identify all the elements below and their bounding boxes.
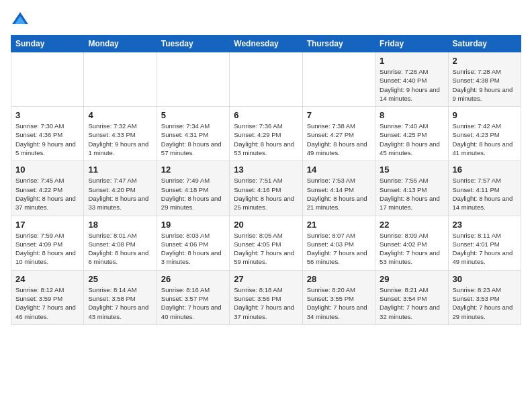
day-number: 20: [234, 220, 298, 230]
day-info: Sunrise: 8:12 AM Sunset: 3:59 PM Dayligh…: [15, 285, 79, 321]
day-info: Sunrise: 7:30 AM Sunset: 4:36 PM Dayligh…: [15, 122, 79, 157]
day-info: Sunrise: 7:49 AM Sunset: 4:18 PM Dayligh…: [161, 176, 225, 212]
day-number: 2: [453, 56, 517, 66]
calendar-cell: 25Sunrise: 8:14 AM Sunset: 3:58 PM Dayli…: [84, 270, 157, 324]
day-number: 7: [307, 110, 371, 120]
day-info: Sunrise: 7:40 AM Sunset: 4:25 PM Dayligh…: [380, 122, 443, 157]
day-info: Sunrise: 7:51 AM Sunset: 4:16 PM Dayligh…: [234, 176, 298, 212]
calendar-cell: 26Sunrise: 8:16 AM Sunset: 3:57 PM Dayli…: [157, 270, 229, 324]
calendar-cell: 21Sunrise: 8:07 AM Sunset: 4:03 PM Dayli…: [302, 216, 375, 270]
calendar-cell: 12Sunrise: 7:49 AM Sunset: 4:18 PM Dayli…: [157, 161, 229, 216]
calendar-cell: 20Sunrise: 8:05 AM Sunset: 4:05 PM Dayli…: [230, 216, 302, 270]
calendar-cell: 28Sunrise: 8:20 AM Sunset: 3:55 PM Dayli…: [302, 270, 375, 324]
logo-icon: [11, 11, 30, 30]
day-info: Sunrise: 7:26 AM Sunset: 4:40 PM Dayligh…: [380, 67, 443, 103]
col-header-sunday: Sunday: [11, 36, 84, 52]
day-number: 9: [453, 110, 517, 120]
calendar-cell: 1Sunrise: 7:26 AM Sunset: 4:40 PM Daylig…: [375, 52, 448, 107]
day-number: 1: [380, 56, 443, 66]
day-info: Sunrise: 8:11 AM Sunset: 4:01 PM Dayligh…: [453, 231, 517, 267]
calendar-cell: 24Sunrise: 8:12 AM Sunset: 3:59 PM Dayli…: [11, 270, 84, 324]
calendar-cell: 4Sunrise: 7:32 AM Sunset: 4:33 PM Daylig…: [84, 107, 157, 161]
day-number: 19: [161, 220, 225, 230]
day-info: Sunrise: 8:09 AM Sunset: 4:02 PM Dayligh…: [380, 231, 443, 267]
day-number: 21: [307, 220, 371, 230]
day-number: 24: [15, 274, 79, 284]
day-info: Sunrise: 8:16 AM Sunset: 3:57 PM Dayligh…: [161, 285, 225, 321]
day-info: Sunrise: 7:53 AM Sunset: 4:14 PM Dayligh…: [307, 176, 371, 212]
calendar-page: SundayMondayTuesdayWednesdayThursdayFrid…: [0, 0, 532, 332]
day-number: 17: [15, 220, 79, 230]
calendar-week-4: 17Sunrise: 7:59 AM Sunset: 4:09 PM Dayli…: [11, 216, 521, 270]
day-number: 3: [15, 110, 79, 120]
day-number: 15: [380, 165, 443, 175]
col-header-friday: Friday: [375, 36, 448, 52]
day-info: Sunrise: 8:20 AM Sunset: 3:55 PM Dayligh…: [307, 285, 371, 321]
col-header-monday: Monday: [84, 36, 157, 52]
calendar-cell: 2Sunrise: 7:28 AM Sunset: 4:38 PM Daylig…: [448, 52, 521, 107]
day-number: 22: [380, 220, 443, 230]
col-header-thursday: Thursday: [302, 36, 375, 52]
calendar-week-1: 1Sunrise: 7:26 AM Sunset: 4:40 PM Daylig…: [11, 52, 521, 107]
calendar-cell: 11Sunrise: 7:47 AM Sunset: 4:20 PM Dayli…: [84, 161, 157, 216]
calendar-cell: 17Sunrise: 7:59 AM Sunset: 4:09 PM Dayli…: [11, 216, 84, 270]
calendar-cell: 8Sunrise: 7:40 AM Sunset: 4:25 PM Daylig…: [375, 107, 448, 161]
day-info: Sunrise: 7:59 AM Sunset: 4:09 PM Dayligh…: [15, 231, 79, 267]
day-number: 27: [234, 274, 298, 284]
day-info: Sunrise: 7:38 AM Sunset: 4:27 PM Dayligh…: [307, 122, 371, 157]
day-number: 26: [161, 274, 225, 284]
day-info: Sunrise: 8:05 AM Sunset: 4:05 PM Dayligh…: [234, 231, 298, 267]
calendar-cell: 16Sunrise: 7:57 AM Sunset: 4:11 PM Dayli…: [448, 161, 521, 216]
day-info: Sunrise: 7:34 AM Sunset: 4:31 PM Dayligh…: [161, 122, 225, 157]
logo: [11, 11, 32, 30]
day-number: 23: [453, 220, 517, 230]
day-info: Sunrise: 7:42 AM Sunset: 4:23 PM Dayligh…: [453, 122, 517, 157]
calendar-week-5: 24Sunrise: 8:12 AM Sunset: 3:59 PM Dayli…: [11, 270, 521, 324]
day-number: 13: [234, 165, 298, 175]
day-number: 6: [234, 110, 298, 120]
day-number: 29: [380, 274, 443, 284]
calendar-cell: 9Sunrise: 7:42 AM Sunset: 4:23 PM Daylig…: [448, 107, 521, 161]
day-number: 14: [307, 165, 371, 175]
day-info: Sunrise: 8:23 AM Sunset: 3:53 PM Dayligh…: [453, 285, 517, 321]
day-number: 30: [453, 274, 517, 284]
day-number: 28: [307, 274, 371, 284]
day-info: Sunrise: 7:28 AM Sunset: 4:38 PM Dayligh…: [453, 67, 517, 103]
calendar-cell: 18Sunrise: 8:01 AM Sunset: 4:08 PM Dayli…: [84, 216, 157, 270]
calendar-cell: [84, 52, 157, 107]
calendar-cell: [230, 52, 302, 107]
calendar-cell: 15Sunrise: 7:55 AM Sunset: 4:13 PM Dayli…: [375, 161, 448, 216]
day-info: Sunrise: 7:47 AM Sunset: 4:20 PM Dayligh…: [88, 176, 152, 212]
day-info: Sunrise: 8:21 AM Sunset: 3:54 PM Dayligh…: [380, 285, 443, 321]
calendar-cell: 22Sunrise: 8:09 AM Sunset: 4:02 PM Dayli…: [375, 216, 448, 270]
col-header-saturday: Saturday: [448, 36, 521, 52]
calendar-cell: 29Sunrise: 8:21 AM Sunset: 3:54 PM Dayli…: [375, 270, 448, 324]
calendar-cell: 3Sunrise: 7:30 AM Sunset: 4:36 PM Daylig…: [11, 107, 84, 161]
day-info: Sunrise: 7:55 AM Sunset: 4:13 PM Dayligh…: [380, 176, 443, 212]
day-number: 11: [88, 165, 152, 175]
day-number: 25: [88, 274, 152, 284]
day-info: Sunrise: 8:01 AM Sunset: 4:08 PM Dayligh…: [88, 231, 152, 267]
day-number: 12: [161, 165, 225, 175]
day-info: Sunrise: 7:32 AM Sunset: 4:33 PM Dayligh…: [88, 122, 152, 157]
calendar-cell: [302, 52, 375, 107]
calendar-cell: 10Sunrise: 7:45 AM Sunset: 4:22 PM Dayli…: [11, 161, 84, 216]
calendar-table: SundayMondayTuesdayWednesdayThursdayFrid…: [11, 35, 521, 325]
day-info: Sunrise: 8:03 AM Sunset: 4:06 PM Dayligh…: [161, 231, 225, 267]
calendar-cell: [157, 52, 229, 107]
calendar-cell: 30Sunrise: 8:23 AM Sunset: 3:53 PM Dayli…: [448, 270, 521, 324]
calendar-week-3: 10Sunrise: 7:45 AM Sunset: 4:22 PM Dayli…: [11, 161, 521, 216]
col-header-wednesday: Wednesday: [230, 36, 302, 52]
calendar-cell: 6Sunrise: 7:36 AM Sunset: 4:29 PM Daylig…: [230, 107, 302, 161]
day-info: Sunrise: 7:57 AM Sunset: 4:11 PM Dayligh…: [453, 176, 517, 212]
day-number: 4: [88, 110, 152, 120]
calendar-cell: 19Sunrise: 8:03 AM Sunset: 4:06 PM Dayli…: [157, 216, 229, 270]
day-info: Sunrise: 7:45 AM Sunset: 4:22 PM Dayligh…: [15, 176, 79, 212]
calendar-header-row: SundayMondayTuesdayWednesdayThursdayFrid…: [11, 36, 521, 52]
calendar-cell: 7Sunrise: 7:38 AM Sunset: 4:27 PM Daylig…: [302, 107, 375, 161]
day-number: 5: [161, 110, 225, 120]
col-header-tuesday: Tuesday: [157, 36, 229, 52]
day-info: Sunrise: 7:36 AM Sunset: 4:29 PM Dayligh…: [234, 122, 298, 157]
calendar-cell: 14Sunrise: 7:53 AM Sunset: 4:14 PM Dayli…: [302, 161, 375, 216]
calendar-cell: 27Sunrise: 8:18 AM Sunset: 3:56 PM Dayli…: [230, 270, 302, 324]
